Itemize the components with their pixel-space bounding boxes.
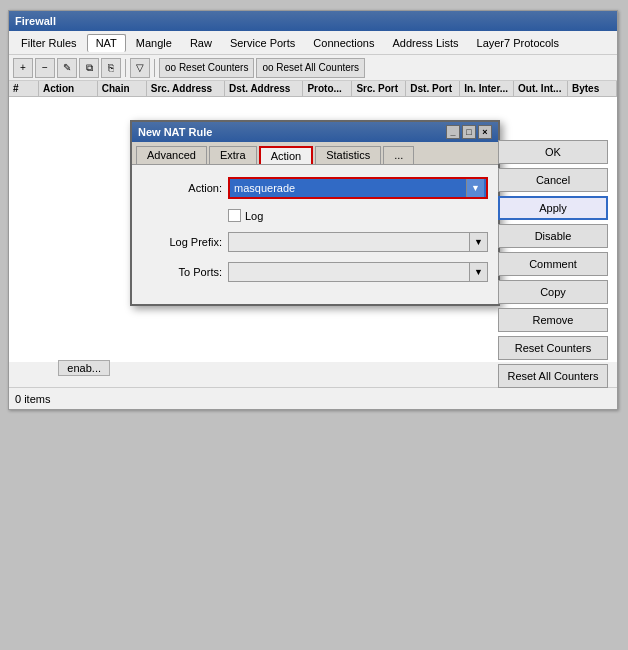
table-header: # Action Chain Src. Address Dst. Address… — [9, 81, 617, 97]
log-prefix-label: Log Prefix: — [142, 236, 222, 248]
tab-advanced[interactable]: Advanced — [136, 146, 207, 164]
window-title: Firewall — [15, 15, 56, 27]
log-checkbox[interactable] — [228, 209, 241, 222]
tab-extra[interactable]: Extra — [209, 146, 257, 164]
action-row: Action: masquerade ▼ — [142, 177, 488, 199]
col-number: # — [9, 81, 39, 96]
reset-counters-label: oo Reset Counters — [165, 62, 248, 73]
tab-filter-rules[interactable]: Filter Rules — [13, 35, 85, 51]
action-label: Action: — [142, 182, 222, 194]
reset-all-counters-button[interactable]: oo Reset All Counters — [256, 58, 365, 78]
tab-connections[interactable]: Connections — [305, 35, 382, 51]
tab-mangle[interactable]: Mangle — [128, 35, 180, 51]
log-prefix-input[interactable] — [228, 232, 470, 252]
tab-raw[interactable]: Raw — [182, 35, 220, 51]
dialog-title-bar: New NAT Rule _ □ × — [132, 122, 498, 142]
tab-bar: Filter Rules NAT Mangle Raw Service Port… — [9, 31, 617, 55]
dialog-tab-bar: Advanced Extra Action Statistics ... — [132, 142, 498, 165]
comment-button[interactable]: Comment — [498, 252, 608, 276]
ok-button[interactable]: OK — [498, 140, 608, 164]
reset-counters-button[interactable]: oo Reset Counters — [159, 58, 254, 78]
to-ports-row: To Ports: ▼ — [142, 262, 488, 282]
col-src-port: Src. Port — [352, 81, 406, 96]
items-count: 0 items — [15, 393, 50, 405]
apply-button[interactable]: Apply — [498, 196, 608, 220]
remove-button[interactable]: Remove — [498, 308, 608, 332]
log-checkbox-label: Log — [245, 210, 263, 222]
log-prefix-input-container: ▼ — [228, 232, 488, 252]
action-buttons-panel: OK Cancel Apply Disable Comment Copy Rem… — [498, 140, 608, 388]
tab-statistics[interactable]: Statistics — [315, 146, 381, 164]
reset-all-counters-label: oo Reset All Counters — [262, 62, 359, 73]
toolbar: + − ✎ ⧉ ⎘ ▽ oo Reset Counters oo Reset A… — [9, 55, 617, 81]
enable-button[interactable]: enab... — [58, 360, 110, 376]
log-checkbox-row: Log — [228, 209, 488, 222]
log-prefix-row: Log Prefix: ▼ — [142, 232, 488, 252]
to-ports-label: To Ports: — [142, 266, 222, 278]
col-proto: Proto... — [303, 81, 352, 96]
action-value: masquerade — [232, 182, 466, 194]
edit-button[interactable]: ✎ — [57, 58, 77, 78]
separator-2 — [154, 59, 155, 77]
action-select[interactable]: masquerade ▼ — [228, 177, 488, 199]
dialog-title-text: New NAT Rule — [138, 126, 212, 138]
filter-button[interactable]: ▽ — [130, 58, 150, 78]
col-out-int: Out. Int... — [514, 81, 568, 96]
col-in-inter: In. Inter... — [460, 81, 514, 96]
log-prefix-dropdown-arrow[interactable]: ▼ — [470, 232, 488, 252]
to-ports-input[interactable] — [228, 262, 470, 282]
tab-nat[interactable]: NAT — [87, 34, 126, 52]
remove-button[interactable]: − — [35, 58, 55, 78]
disable-button[interactable]: Disable — [498, 224, 608, 248]
col-chain: Chain — [98, 81, 147, 96]
add-button[interactable]: + — [13, 58, 33, 78]
tab-service-ports[interactable]: Service Ports — [222, 35, 303, 51]
dialog-controls: _ □ × — [446, 125, 492, 139]
tab-layer7-protocols[interactable]: Layer7 Protocols — [469, 35, 568, 51]
paste-button[interactable]: ⎘ — [101, 58, 121, 78]
cancel-button[interactable]: Cancel — [498, 168, 608, 192]
col-bytes: Bytes — [568, 81, 617, 96]
col-action: Action — [39, 81, 98, 96]
tab-action[interactable]: Action — [259, 146, 314, 164]
title-bar: Firewall — [9, 11, 617, 31]
to-ports-dropdown-arrow[interactable]: ▼ — [470, 262, 488, 282]
dialog-content: Action: masquerade ▼ Log Log Prefix: ▼ T… — [132, 165, 498, 304]
separator-1 — [125, 59, 126, 77]
minimize-button[interactable]: _ — [446, 125, 460, 139]
status-bar: 0 items — [9, 387, 617, 409]
tab-more[interactable]: ... — [383, 146, 414, 164]
close-button[interactable]: × — [478, 125, 492, 139]
col-dst-address: Dst. Address — [225, 81, 303, 96]
reset-all-counters-button[interactable]: Reset All Counters — [498, 364, 608, 388]
col-src-address: Src. Address — [147, 81, 225, 96]
copy-toolbar-button[interactable]: ⧉ — [79, 58, 99, 78]
to-ports-input-container: ▼ — [228, 262, 488, 282]
col-dst-port: Dst. Port — [406, 81, 460, 96]
tab-address-lists[interactable]: Address Lists — [384, 35, 466, 51]
reset-counters-button[interactable]: Reset Counters — [498, 336, 608, 360]
copy-button[interactable]: Copy — [498, 280, 608, 304]
action-dropdown-arrow[interactable]: ▼ — [466, 179, 484, 197]
nat-rule-dialog: New NAT Rule _ □ × Advanced Extra Action… — [130, 120, 500, 306]
maximize-button[interactable]: □ — [462, 125, 476, 139]
